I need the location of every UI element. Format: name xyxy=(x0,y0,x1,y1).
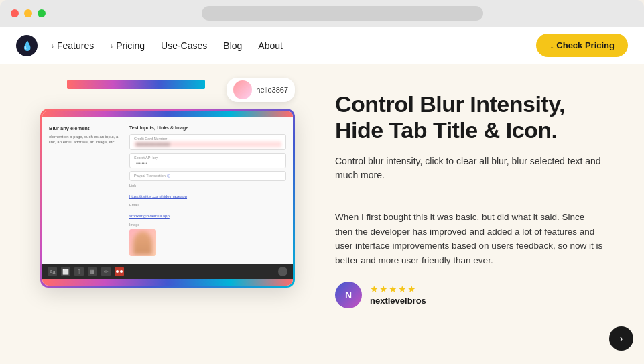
nav-blog-label: Blog xyxy=(223,40,242,51)
nav-item-features[interactable]: ↓ Features xyxy=(51,40,94,51)
navbar: 💧 ↓ Features ↓ Pricing Use-Cases xyxy=(0,27,644,64)
field-link-value[interactable]: https://twitter.com/hideimageapp xyxy=(129,194,187,198)
reviewer-info: ★★★★★ nextlevelbros xyxy=(370,284,426,306)
main-heading: Control Blur Intensity, Hide Tab Title &… xyxy=(335,91,604,143)
address-bar[interactable] xyxy=(202,6,483,21)
nav-item-pricing[interactable]: ↓ Pricing xyxy=(110,40,145,51)
nav-link-pricing[interactable]: ↓ Pricing xyxy=(110,40,145,51)
reviewer-avatar-initial: N xyxy=(345,290,352,300)
field-card-label: Credit Card Number xyxy=(134,137,281,141)
page: 💧 ↓ Features ↓ Pricing Use-Cases xyxy=(0,27,644,364)
toolbar-btn-1[interactable]: Aa xyxy=(48,267,57,276)
main-subtitle: Control blur intensity, click to clear a… xyxy=(335,154,604,182)
field-image-label: Image xyxy=(129,223,286,227)
field-email-value[interactable]: smoker@hidemail.app xyxy=(129,214,170,218)
check-pricing-button[interactable]: ↓ Check Pricing xyxy=(536,34,628,57)
screenshot-top-gradient xyxy=(42,111,293,117)
nav-features-label: Features xyxy=(57,40,94,51)
toolbar-btn-3[interactable]: ⊺ xyxy=(74,267,84,276)
nav-item-about[interactable]: About xyxy=(258,40,283,51)
left-panel: hello3867 Blur any element element on a … xyxy=(40,64,295,288)
field-api-label: Secret API key xyxy=(134,156,281,160)
screenshot-left-column: Blur any element element on a page, such… xyxy=(49,125,123,256)
field-email-label: Email xyxy=(129,203,286,207)
toolbar-btn-4[interactable]: ▦ xyxy=(88,267,97,276)
features-arrow-icon: ↓ xyxy=(51,42,54,49)
scroll-down-button[interactable]: › xyxy=(609,326,633,351)
screenshot-field-email: Email smoker@hidemail.app xyxy=(129,203,286,220)
toolbar-btn-5[interactable]: ✏ xyxy=(101,267,111,276)
traffic-light-yellow[interactable] xyxy=(24,9,32,17)
nav-use-cases-label: Use-Cases xyxy=(161,40,207,51)
screenshot-right-column: Test Inputs, Links & Image Credit Card N… xyxy=(129,125,286,256)
field-paypal-label: Paypal Transaction ⓘ xyxy=(134,174,281,178)
screenshot-bottom-gradient xyxy=(42,279,293,286)
screenshot-right-title: Test Inputs, Links & Image xyxy=(129,125,286,130)
screenshot-field-image: Image xyxy=(129,223,286,256)
nav-link-features[interactable]: ↓ Features xyxy=(51,40,94,51)
screenshot-field-paypal: Paypal Transaction ⓘ xyxy=(129,171,286,181)
top-gradient-strip xyxy=(67,80,205,89)
blurred-person-image xyxy=(133,231,152,255)
reviewer-name: nextlevelbros xyxy=(370,296,426,306)
traffic-light-green[interactable] xyxy=(38,9,46,17)
check-pricing-label: ↓ Check Pricing xyxy=(550,40,615,50)
right-panel: Control Blur Intensity, Hide Tab Title &… xyxy=(335,64,604,308)
nav-link-blog[interactable]: Blog xyxy=(223,40,242,51)
nav-pricing-label: Pricing xyxy=(116,40,145,51)
nav-about-label: About xyxy=(258,40,283,51)
screenshot-toolbar: Aa ⬜ ⊺ ▦ ✏ xyxy=(42,264,293,279)
navbar-logo[interactable]: 💧 xyxy=(16,35,38,56)
traffic-light-red[interactable] xyxy=(11,9,19,17)
reviewer-stars: ★★★★★ xyxy=(370,284,426,294)
screenshot-left-desc: element on a page, such as an input, a l… xyxy=(49,134,123,145)
logo-icon: 💧 xyxy=(21,40,33,51)
screenshot-card: Blur any element element on a page, such… xyxy=(40,109,295,288)
scroll-down-icon: › xyxy=(619,332,623,345)
screenshot-image-placeholder xyxy=(129,229,156,256)
nav-link-about[interactable]: About xyxy=(258,40,283,51)
field-api-value: •••••••• xyxy=(134,160,281,166)
testimonial-text: When I first bought this it was basic, b… xyxy=(335,210,604,267)
content-divider xyxy=(335,196,604,196)
heading-line1: Control Blur Intensity, xyxy=(335,91,565,117)
main-content: hello3867 Blur any element element on a … xyxy=(0,64,644,364)
nav-item-use-cases[interactable]: Use-Cases xyxy=(161,40,207,51)
reviewer-section: N ★★★★★ nextlevelbros xyxy=(335,282,604,308)
delete-dot-2 xyxy=(120,270,123,273)
delete-dot-1 xyxy=(116,270,119,273)
screenshot-content: Blur any element element on a page, such… xyxy=(42,117,293,264)
nav-item-blog[interactable]: Blog xyxy=(223,40,242,51)
screenshot-field-link: Link https://twitter.com/hideimageapp xyxy=(129,184,286,200)
top-avatar-name: hello3867 xyxy=(256,86,288,94)
toolbar-btn-2[interactable]: ⬜ xyxy=(61,267,70,276)
screenshot-field-api: Secret API key •••••••• xyxy=(129,153,286,168)
screenshot-field-card: Credit Card Number 4222222222222 xyxy=(129,134,286,150)
top-avatar-image xyxy=(233,80,252,99)
toolbar-expand-btn[interactable] xyxy=(278,267,287,276)
field-link-label: Link xyxy=(129,184,286,188)
screenshot-left-title: Blur any element xyxy=(49,125,123,131)
heading-line2: Hide Tab Title & Icon. xyxy=(335,117,558,143)
browser-chrome xyxy=(0,0,644,27)
nav-link-use-cases[interactable]: Use-Cases xyxy=(161,40,207,51)
toolbar-btn-delete[interactable] xyxy=(115,267,124,276)
pricing-arrow-icon: ↓ xyxy=(110,42,113,49)
nav-links: ↓ Features ↓ Pricing Use-Cases Blog xyxy=(51,40,283,51)
reviewer-avatar: N xyxy=(335,282,362,308)
field-card-value: 4222222222222 xyxy=(134,141,281,147)
